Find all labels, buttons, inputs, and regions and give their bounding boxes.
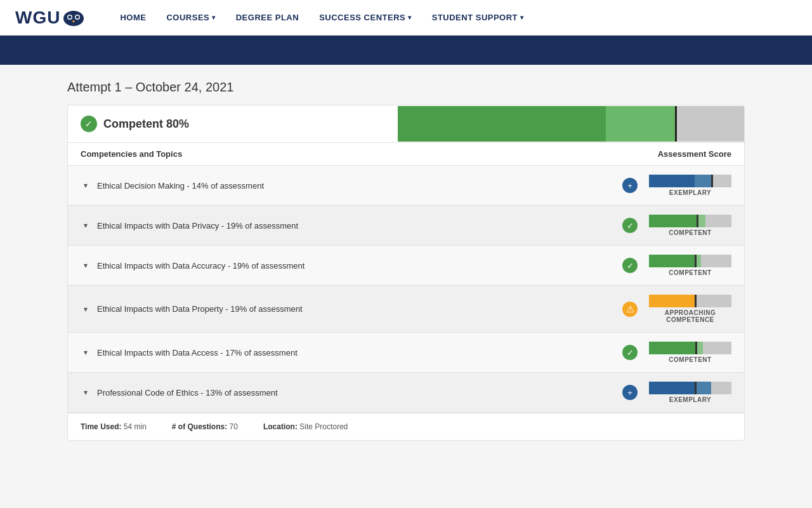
chevron-down-icon[interactable]: ▾: [81, 260, 91, 271]
logo-text: WGU: [15, 8, 60, 28]
blue-bar: [0, 36, 812, 65]
chevron-down-icon[interactable]: ▾: [81, 387, 91, 398]
score-bar-4: COMPETENT: [643, 342, 731, 363]
score-bar-visual-1: [649, 215, 731, 227]
score-bar-visual-3: [649, 295, 731, 307]
status-icon-3: ⚠: [622, 302, 638, 317]
competent-header: ✓ Competent 80%: [68, 105, 744, 143]
competent-label-area: ✓ Competent 80%: [68, 105, 398, 142]
competency-row: ▾ Ethical Impacts with Data Access - 17%…: [68, 333, 744, 373]
nav-link-degree-plan[interactable]: DEGREE PLAN: [226, 0, 309, 35]
logo-owl-icon: [63, 10, 84, 26]
competency-main-3: ▾ Ethical Impacts with Data Property - 1…: [68, 286, 744, 332]
status-icon-5: +: [622, 385, 638, 400]
score-label-2: COMPETENT: [649, 269, 731, 276]
score-label-1: COMPETENT: [649, 229, 731, 236]
score-bar-1: COMPETENT: [643, 215, 731, 236]
score-label-3: APPROACHING COMPETENCE: [649, 309, 731, 323]
footer-time-value: 54 min: [124, 422, 147, 431]
bar-gray: [677, 106, 744, 142]
bar-green1: [649, 255, 695, 267]
competency-main-0: ▾ Ethical Decision Making - 14% of asses…: [68, 166, 744, 205]
nav-item-home[interactable]: HOME: [110, 0, 156, 35]
score-bar-visual-5: [649, 382, 731, 394]
competent-text: Competent 80%: [103, 117, 189, 131]
footer-time-label: Time Used:: [81, 422, 121, 431]
chevron-down-icon[interactable]: ▾: [81, 347, 91, 358]
chevron-down-icon: ▾: [408, 14, 412, 21]
score-label-0: EXEMPLARY: [649, 189, 731, 196]
bar-blue1: [649, 175, 695, 187]
topic-text-1: Ethical Impacts with Data Privacy - 19% …: [97, 221, 622, 231]
score-bar-visual-0: [649, 175, 731, 187]
nav-link-courses[interactable]: COURSES ▾: [156, 0, 225, 35]
attempt-title: Attempt 1 – October 24, 2021: [67, 80, 745, 95]
main-content: Attempt 1 – October 24, 2021 ✓ Competent…: [57, 65, 755, 456]
bar-gray: [713, 175, 732, 187]
score-bar-0: EXEMPLARY: [643, 175, 731, 196]
overall-bar: [398, 106, 744, 142]
score-bar-visual-2: [649, 255, 731, 267]
topic-text-2: Ethical Impacts with Data Accuracy - 19%…: [97, 261, 622, 271]
status-icon-4: ✓: [622, 345, 638, 360]
competent-check-icon: ✓: [81, 116, 97, 132]
bar-green2: [697, 255, 702, 267]
competency-main-2: ▾ Ethical Impacts with Data Accuracy - 1…: [68, 246, 744, 285]
bar-green-full: [398, 106, 606, 142]
score-bar-2: COMPETENT: [643, 255, 731, 276]
bar-green1: [649, 342, 695, 354]
competency-main-1: ▾ Ethical Impacts with Data Privacy - 19…: [68, 206, 744, 245]
footer-questions-value: 70: [230, 422, 238, 431]
score-bar-3: APPROACHING COMPETENCE: [643, 295, 731, 323]
chevron-down-icon: ▾: [212, 14, 216, 21]
bar-gray: [711, 382, 731, 394]
bar-green-light: [606, 106, 675, 142]
competency-row: ▾ Ethical Impacts with Data Privacy - 19…: [68, 206, 744, 246]
bar-gray: [703, 342, 731, 354]
bar-blue2: [697, 382, 711, 394]
chevron-down-icon[interactable]: ▾: [81, 304, 91, 314]
score-bar-visual-4: [649, 342, 731, 354]
col-topic-header: Competencies and Topics: [81, 149, 617, 159]
navigation: WGU HOME COURSES ▾ DEGREE PLAN SUCCESS C…: [0, 0, 812, 36]
bar-green2: [697, 342, 703, 354]
competency-row: ▾ Ethical Impacts with Data Accuracy - 1…: [68, 246, 744, 286]
col-score-header: Assessment Score: [617, 149, 731, 159]
nav-links: HOME COURSES ▾ DEGREE PLAN SUCCESS CENTE…: [110, 0, 534, 35]
competency-row: ▾ Professional Code of Ethics - 13% of a…: [68, 373, 744, 413]
topic-text-5: Professional Code of Ethics - 13% of ass…: [97, 388, 622, 398]
bar-blue1: [649, 382, 695, 394]
logo[interactable]: WGU: [15, 8, 84, 28]
nav-item-student-support[interactable]: STUDENT SUPPORT ▾: [422, 0, 534, 35]
status-icon-1: ✓: [622, 218, 638, 233]
chevron-down-icon[interactable]: ▾: [81, 180, 91, 190]
nav-item-courses[interactable]: COURSES ▾: [156, 0, 225, 35]
chevron-down-icon[interactable]: ▾: [81, 220, 91, 231]
nav-item-success-centers[interactable]: SUCCESS CENTERS ▾: [309, 0, 422, 35]
bar-blue2: [695, 175, 711, 187]
competency-main-5: ▾ Professional Code of Ethics - 13% of a…: [68, 373, 744, 412]
chevron-down-icon: ▾: [520, 14, 524, 21]
nav-item-degree-plan[interactable]: DEGREE PLAN: [226, 0, 309, 35]
table-header: Competencies and Topics Assessment Score: [68, 143, 744, 166]
footer-location: Location: Site Proctored: [263, 422, 348, 431]
score-label-5: EXEMPLARY: [649, 396, 731, 403]
footer-row: Time Used: 54 min # of Questions: 70 Loc…: [68, 413, 744, 440]
topic-text-3: Ethical Impacts with Data Property - 19%…: [97, 304, 622, 314]
nav-link-student-support[interactable]: STUDENT SUPPORT ▾: [422, 0, 534, 35]
footer-location-value: Site Proctored: [299, 422, 348, 431]
footer-location-label: Location:: [263, 422, 298, 431]
svg-point-4: [76, 15, 79, 18]
result-card: ✓ Competent 80% Competencies and Topics …: [67, 105, 745, 441]
competency-row: ▾ Ethical Impacts with Data Property - 1…: [68, 286, 744, 333]
nav-link-success-centers[interactable]: SUCCESS CENTERS ▾: [309, 0, 422, 35]
topic-text-4: Ethical Impacts with Data Access - 17% o…: [97, 348, 622, 358]
status-icon-2: ✓: [622, 258, 638, 273]
bar-gray: [705, 215, 731, 227]
svg-point-0: [63, 11, 84, 26]
bar-orange: [649, 295, 695, 307]
score-label-4: COMPETENT: [649, 356, 731, 363]
bar-gray: [697, 295, 732, 307]
score-bar-5: EXEMPLARY: [643, 382, 731, 403]
nav-link-home[interactable]: HOME: [110, 0, 156, 35]
